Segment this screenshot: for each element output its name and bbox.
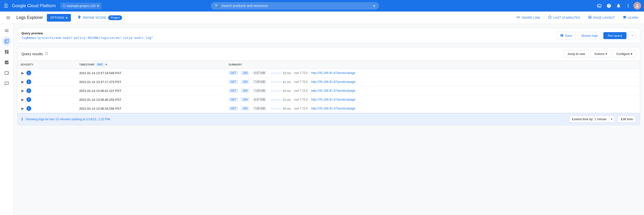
share-link-icon: [516, 15, 520, 20]
row-expand-button[interactable]: ▶: [20, 98, 25, 101]
severity-cell: ▶ i: [18, 86, 76, 95]
latency-bar-bg: [270, 108, 282, 109]
more-options-button[interactable]: [624, 1, 632, 10]
project-chevron-icon: ▾: [97, 3, 99, 8]
latency-label: 44 ms: [283, 89, 291, 93]
sidebar-item-alerting[interactable]: [2, 68, 12, 78]
last-15-label: LAST 15 MINUTES: [553, 16, 580, 19]
actions-button[interactable]: Actions ▾: [591, 50, 611, 58]
actions-chevron-icon: ▾: [606, 52, 607, 56]
project-name: example-project-123: [67, 4, 96, 8]
extend-chevron-icon[interactable]: ▾: [609, 116, 614, 122]
latency-cell: 41 ms: [270, 80, 291, 84]
url-text[interactable]: http://35.188.81.87/productpage: [311, 107, 356, 110]
last-15-button[interactable]: LAST 15 MINUTES: [546, 14, 582, 21]
url-text[interactable]: http://35.188.81.87/productpage: [311, 89, 356, 92]
hamburger-menu-icon[interactable]: ☰: [3, 2, 9, 9]
severity-cell: ▶ i: [18, 104, 76, 113]
method-badge: GET: [228, 71, 238, 75]
results-card: Query results Jump to now Actions ▾ Conf…: [17, 47, 640, 125]
row-expand-button[interactable]: ▶: [20, 89, 25, 93]
latency-label: 21 ms: [283, 98, 291, 101]
jump-to-now-button[interactable]: Jump to now: [564, 50, 589, 58]
latency-cell: 44 ms: [270, 89, 291, 93]
search-placeholder: Search products and resources: [221, 4, 371, 8]
edit-time-button[interactable]: Edit time: [618, 116, 636, 123]
results-expand-icon[interactable]: [45, 52, 48, 56]
method-badge: GET: [228, 89, 238, 93]
url-text[interactable]: http://35.188.81.87/productpage: [311, 80, 356, 83]
size-badge: 7.05 KiB: [252, 80, 267, 84]
configure-chevron-icon: ▾: [631, 52, 632, 56]
timestamp-cell: 2021-01-14 13:37:17.373 PST: [76, 77, 226, 86]
stream-logs-button[interactable]: Stream logs: [578, 32, 602, 39]
latency-cell: 44 ms: [270, 107, 291, 110]
row-expand-button[interactable]: ▶: [20, 107, 25, 110]
agent-text: curl 7.72.0: [294, 98, 308, 101]
learn-button[interactable]: LEARN: [621, 14, 640, 21]
latency-cell: 22 ms: [270, 71, 291, 75]
search-chevron-icon: ▾: [373, 3, 375, 8]
severity-info-icon: i: [26, 71, 31, 75]
options-chevron-icon: ▾: [66, 16, 68, 20]
sidebar: [0, 24, 14, 215]
run-query-button[interactable]: Run query: [604, 32, 626, 39]
page-layout-button[interactable]: PAGE LAYOUT: [586, 14, 617, 21]
sidebar-item-logs[interactable]: [2, 36, 12, 46]
status-badge: 200: [241, 106, 250, 111]
sidebar-item-metrics[interactable]: [2, 58, 12, 67]
sidebar-toggle-button[interactable]: [4, 13, 12, 22]
query-preview-actions: Save Stream logs Run query: [556, 32, 636, 40]
help-button[interactable]: [604, 1, 613, 10]
timestamp-cell: 2021-01-14 13:37:19.549 PST: [76, 69, 226, 77]
sidebar-item-menu[interactable]: [2, 26, 12, 35]
terminal-button[interactable]: [595, 1, 604, 10]
page-title: Logs Explorer: [16, 15, 43, 20]
col-timestamp[interactable]: TIMESTAMP PST ▾: [76, 61, 226, 69]
user-avatar[interactable]: [634, 2, 641, 9]
sidebar-item-dashboard[interactable]: [2, 47, 12, 57]
refine-scope-icon: [78, 15, 81, 20]
latency-bar-bg: [270, 90, 282, 92]
results-footer: ℹ Showing logs for last 15 minutes start…: [18, 113, 640, 125]
query-preview-left: Query preview logName="projects/asm-audi…: [22, 31, 554, 40]
query-preview-label: Query preview: [22, 31, 554, 35]
configure-label: Configure: [616, 52, 630, 56]
col-severity: SEVERITY: [18, 61, 76, 69]
top-nav: ☰ Google Cloud Platform ⬡ example-projec…: [0, 0, 644, 11]
table-row: ▶ i 2021-01-14 13:37:19.549 PST GET 200 …: [18, 69, 640, 77]
refine-scope-label: REFINE SCOPE: [83, 16, 106, 19]
search-bar[interactable]: 🔍 Search products and resources ▾: [211, 2, 379, 9]
severity-cell: ▶ i: [18, 77, 76, 86]
table-row: ▶ i 2021-01-14 13:36:34.556 PST GET 200 …: [18, 104, 640, 113]
method-badge: GET: [228, 97, 238, 102]
app-logo: Google Cloud Platform: [12, 3, 56, 8]
results-header-actions: Jump to now Actions ▾ Configure ▾: [564, 50, 636, 58]
url-text[interactable]: http://35.188.81.87/productpage: [311, 98, 356, 101]
content-area: Query preview logName="projects/asm-audi…: [14, 24, 644, 215]
project-tag: Project: [108, 15, 122, 20]
method-badge: GET: [228, 80, 238, 84]
save-button[interactable]: Save: [556, 32, 576, 40]
project-selector[interactable]: ⬡ example-project-123 ▾: [60, 3, 102, 9]
col-summary: SUMMARY: [226, 61, 640, 69]
options-button[interactable]: OPTIONS ▾: [47, 14, 71, 21]
url-text[interactable]: http://35.188.81.87/productpage: [311, 71, 356, 75]
summary-cell: GET 200 7.05 KiB 44 ms curl 7.72.0 http:…: [226, 104, 640, 113]
row-expand-button[interactable]: ▶: [20, 71, 25, 75]
extend-time-button[interactable]: Extend time by: 1 minute ▾: [569, 116, 615, 123]
refine-scope-button[interactable]: REFINE SCOPE Project: [75, 14, 125, 22]
query-expand-button[interactable]: [628, 32, 636, 39]
notifications-button[interactable]: [614, 1, 623, 10]
results-title: Query results: [22, 52, 43, 56]
query-preview-card: Query preview logName="projects/asm-audi…: [17, 28, 640, 43]
learn-icon: [622, 15, 626, 20]
page-layout-icon: [588, 15, 592, 20]
configure-button[interactable]: Configure ▾: [613, 50, 636, 58]
share-link-button[interactable]: SHARE LINK: [514, 14, 542, 21]
row-expand-button[interactable]: ▶: [20, 80, 25, 84]
size-badge: 6.07 KiB: [252, 71, 267, 75]
pst-badge[interactable]: PST: [96, 63, 104, 66]
sidebar-item-chat[interactable]: [2, 79, 12, 88]
severity-info-icon: i: [26, 79, 31, 84]
